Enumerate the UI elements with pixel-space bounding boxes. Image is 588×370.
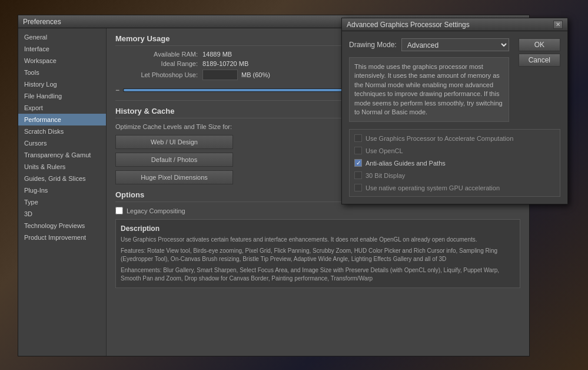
gpu-option-row-1: Use OpenCL xyxy=(354,147,555,154)
gpu-checkbox-2[interactable] xyxy=(354,159,362,167)
gpu-option-label-4: Use native operating system GPU accelera… xyxy=(366,184,500,191)
mode-description: This mode uses the graphics processor mo… xyxy=(349,57,509,122)
gpu-option-row-4: Use native operating system GPU accelera… xyxy=(354,184,555,191)
dialog-close-button[interactable]: ✕ xyxy=(553,21,563,29)
dialog-overlay: Advanced Graphics Processor Settings ✕ D… xyxy=(0,0,588,370)
drawing-mode-row: Drawing Mode: Basic Normal Advanced xyxy=(349,38,509,51)
dialog-buttons: OK Cancel xyxy=(519,38,560,67)
ok-button[interactable]: OK xyxy=(519,38,560,51)
gpu-option-label-1: Use OpenCL xyxy=(366,147,403,154)
gpu-option-label-2: Anti-alias Guides and Paths xyxy=(366,160,446,167)
gpu-checkbox-1[interactable] xyxy=(354,147,362,154)
dialog-top-row: Drawing Mode: Basic Normal Advanced This… xyxy=(349,38,560,129)
drawing-mode-select[interactable]: Basic Normal Advanced xyxy=(401,38,509,51)
gpu-options: Use Graphics Processor to Accelerate Com… xyxy=(349,129,560,197)
gpu-option-row-0: Use Graphics Processor to Accelerate Com… xyxy=(354,134,555,142)
gpu-dialog: Advanced Graphics Processor Settings ✕ D… xyxy=(341,18,568,204)
drawing-mode-label: Drawing Mode: xyxy=(349,41,397,49)
dialog-title: Advanced Graphics Processor Settings xyxy=(347,21,470,29)
gpu-checkbox-3[interactable] xyxy=(354,171,362,179)
gpu-checkbox-4[interactable] xyxy=(354,184,362,191)
dialog-titlebar: Advanced Graphics Processor Settings ✕ xyxy=(342,18,567,31)
dialog-body: Drawing Mode: Basic Normal Advanced This… xyxy=(342,31,567,204)
gpu-option-label-0: Use Graphics Processor to Accelerate Com… xyxy=(366,135,513,142)
gpu-option-row-3: 30 Bit Display xyxy=(354,171,555,179)
gpu-checkbox-0[interactable] xyxy=(354,134,362,142)
cancel-button[interactable]: Cancel xyxy=(519,54,560,67)
gpu-option-row-2: Anti-alias Guides and Paths xyxy=(354,159,555,167)
gpu-option-label-3: 30 Bit Display xyxy=(366,172,405,179)
dialog-left: Drawing Mode: Basic Normal Advanced This… xyxy=(349,38,509,129)
